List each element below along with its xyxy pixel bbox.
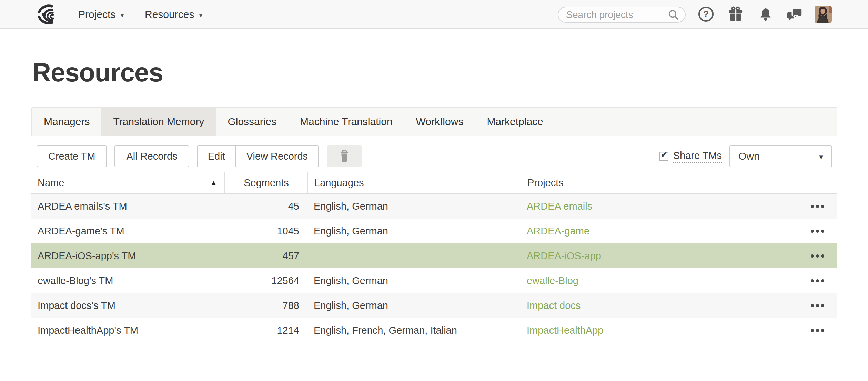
tab-workflows[interactable]: Workflows	[404, 108, 475, 136]
page-title: Resources	[32, 57, 837, 87]
delete-button[interactable]	[327, 145, 362, 167]
view-records-button[interactable]: View Records	[235, 146, 318, 167]
share-tms-label[interactable]: Share TMs	[673, 150, 722, 163]
search-icon[interactable]	[668, 9, 679, 21]
top-nav: Projects ▾ Resources ▾ ?	[0, 0, 868, 29]
row-menu-icon[interactable]	[811, 226, 824, 236]
project-link[interactable]: ARDEA-iOS-app	[527, 250, 601, 262]
nav-item-resources[interactable]: Resources ▾	[145, 0, 202, 29]
row-menu-icon[interactable]	[811, 301, 824, 311]
edit-button[interactable]: Edit	[198, 146, 235, 167]
project-link[interactable]: ewalle-Blog	[527, 275, 578, 287]
column-header-segments[interactable]: Segments	[224, 172, 307, 193]
tm-languages: English, German	[307, 300, 521, 311]
tm-name: ARDEA-game's TM	[31, 225, 224, 237]
tab-machine-translation[interactable]: Machine Translation	[288, 108, 404, 136]
nav-item-label: Projects	[78, 9, 115, 20]
table-row[interactable]: ARDEA emails's TM 45 English, German ARD…	[31, 194, 837, 219]
edit-view-button-group: Edit View Records	[197, 145, 319, 167]
table-header: Name ▲ Segments Languages Projects	[31, 172, 837, 194]
project-link[interactable]: ARDEA emails	[527, 201, 592, 212]
help-icon[interactable]: ?	[698, 7, 714, 22]
column-header-projects[interactable]: Projects	[521, 172, 837, 193]
row-menu-icon[interactable]	[811, 276, 824, 286]
column-header-name[interactable]: Name ▲	[31, 172, 224, 193]
table-row[interactable]: Impact docs's TM 788 English, German Imp…	[31, 293, 837, 318]
share-tms-control: ✔ Share TMs	[659, 150, 722, 163]
gift-icon[interactable]	[727, 6, 744, 24]
tm-toolbar: Create TM All Records Edit View Records …	[31, 145, 837, 167]
tm-segments: 12564	[224, 275, 307, 287]
nav-item-projects[interactable]: Projects ▾	[78, 0, 124, 29]
tab-glossaries[interactable]: Glossaries	[216, 108, 288, 136]
table-row[interactable]: ARDEA-game's TM 1045 English, German ARD…	[31, 219, 837, 243]
chevron-down-icon: ▾	[120, 10, 124, 19]
share-tms-checkbox[interactable]: ✔	[659, 152, 668, 161]
all-records-button[interactable]: All Records	[114, 145, 189, 167]
app-logo-icon[interactable]	[32, 4, 58, 25]
tm-name: ewalle-Blog's TM	[31, 275, 224, 287]
tm-languages: English, German	[307, 201, 521, 212]
tm-segments: 1045	[224, 225, 307, 237]
column-header-languages[interactable]: Languages	[307, 172, 521, 193]
project-link[interactable]: Impact docs	[527, 300, 581, 311]
chat-icon[interactable]	[786, 7, 803, 24]
row-menu-icon[interactable]	[811, 251, 824, 261]
tm-segments: 1214	[224, 325, 307, 336]
search-input[interactable]	[566, 9, 668, 20]
nav-item-label: Resources	[145, 9, 194, 20]
tm-segments: 457	[224, 250, 307, 262]
resource-tabs: Managers Translation Memory Glossaries M…	[31, 107, 837, 136]
tm-languages: English, German	[307, 225, 521, 237]
tm-scope-select[interactable]: Own ▼	[729, 145, 832, 167]
tm-segments: 788	[224, 300, 307, 311]
tab-managers[interactable]: Managers	[32, 108, 101, 136]
bell-icon[interactable]	[758, 7, 773, 24]
check-icon: ✔	[660, 151, 667, 159]
create-tm-button[interactable]: Create TM	[37, 145, 107, 167]
row-menu-icon[interactable]	[811, 201, 824, 211]
avatar[interactable]	[815, 6, 832, 23]
tm-segments: 45	[224, 201, 307, 212]
row-menu-icon[interactable]	[811, 325, 824, 335]
sort-ascending-icon: ▲	[210, 179, 217, 187]
tm-name: Impact docs's TM	[31, 300, 224, 311]
tm-name: ImpactHealthApp's TM	[31, 325, 224, 336]
project-link[interactable]: ImpactHealthApp	[527, 325, 603, 336]
project-link[interactable]: ARDEA-game	[527, 225, 589, 237]
chevron-down-icon: ▾	[199, 10, 202, 19]
tm-table: Name ▲ Segments Languages Projects ARDEA…	[31, 172, 837, 343]
main-content: Resources Managers Translation Memory Gl…	[31, 57, 837, 343]
trash-icon	[339, 150, 350, 163]
table-row-selected[interactable]: ARDEA-iOS-app's TM 457 ARDEA-iOS-app	[31, 243, 837, 268]
table-row[interactable]: ImpactHealthApp's TM 1214 English, Frenc…	[31, 318, 837, 343]
tab-translation-memory[interactable]: Translation Memory	[101, 108, 216, 136]
question-mark-glyph: ?	[703, 9, 709, 20]
table-row[interactable]: ewalle-Blog's TM 12564 English, German e…	[31, 268, 837, 293]
tm-name: ARDEA emails's TM	[31, 201, 224, 212]
tm-languages: English, German	[307, 275, 521, 287]
caret-down-icon: ▼	[818, 153, 825, 161]
project-search	[558, 7, 686, 23]
tm-name: ARDEA-iOS-app's TM	[31, 250, 224, 262]
tab-marketplace[interactable]: Marketplace	[475, 108, 555, 136]
tm-scope-selected-value: Own	[738, 150, 760, 162]
tm-languages: English, French, German, Italian	[307, 325, 521, 336]
